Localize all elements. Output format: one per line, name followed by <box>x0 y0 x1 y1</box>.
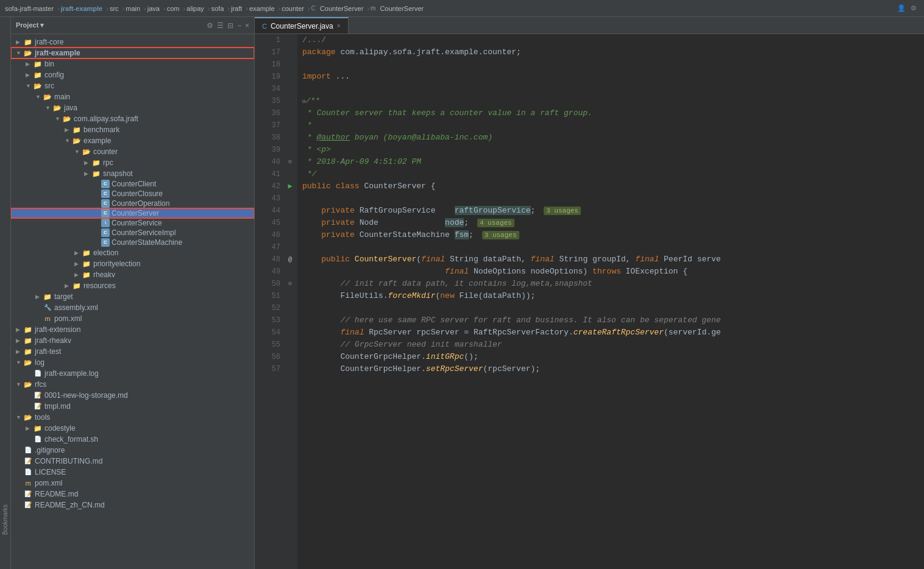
arrow-icon: ▶ <box>84 171 91 177</box>
arrow-icon: ▼ <box>16 359 23 366</box>
fold-icon-2[interactable]: ⊟ <box>285 278 295 290</box>
tab-counter-server[interactable]: C CounterServer.java × <box>255 17 349 34</box>
tree-item-config[interactable]: ▶ 📁 config <box>11 69 254 80</box>
tree-item-pom[interactable]: m pom.xml <box>11 313 254 324</box>
folder-open-icon: 📂 <box>23 380 33 389</box>
tree-item-tmpl-md[interactable]: 📝 tmpl.md <box>11 401 254 412</box>
list-icon[interactable]: ☰ <box>217 21 224 30</box>
sidebar-toolbar[interactable]: ⚙ ☰ ⊟ − × <box>207 21 249 30</box>
tree-item-main[interactable]: ▼ 📂 main <box>11 91 254 102</box>
arrow-icon: ▼ <box>74 149 82 155</box>
gutter: ▶ @ ⊟ ⊟ <box>285 34 297 569</box>
tree-item-CounterStateMachine[interactable]: C CounterStateMachine <box>11 238 254 247</box>
breadcrumb-part: example <box>249 5 275 12</box>
breadcrumb-part: src <box>110 5 119 12</box>
md-icon: 📝 <box>23 456 33 466</box>
tree-item-CounterServer[interactable]: C CounterServer <box>11 208 254 218</box>
tree-item-target[interactable]: ▶ 📁 target <box>11 291 254 302</box>
class-icon: C <box>101 180 110 188</box>
tree-item-resources[interactable]: ▶ 📁 resources <box>11 280 254 291</box>
tree-label: election <box>93 249 118 257</box>
code-line-49: final NodeOptions nodeOptions) throws IO… <box>302 266 919 278</box>
tree-item-check-format[interactable]: 📄 check_format.sh <box>11 434 254 445</box>
tree-item-com-alipay[interactable]: ▼ 📂 com.alipay.sofa.jraft <box>11 113 254 124</box>
class-icon: C <box>101 199 110 208</box>
tree-label: jraft-core <box>35 38 63 46</box>
project-tree: ▶ 📁 jraft-core ▼ 📂 jraft-example ▶ 📁 bin <box>11 34 254 569</box>
tree-item-CounterServiceImpl[interactable]: C CounterServiceImpl <box>11 228 254 238</box>
code-line-42: public class CounterServer { <box>302 180 919 193</box>
tree-item-contributing[interactable]: 📝 CONTRIBUTING.md <box>11 456 254 467</box>
tree-item-readme[interactable]: 📝 README.md <box>11 489 254 500</box>
folder-open-icon: 📂 <box>82 147 91 157</box>
tree-item-tools[interactable]: ▼ 📂 tools <box>11 412 254 423</box>
breadcrumb-part: alipay <box>187 5 204 12</box>
close-icon[interactable]: × <box>245 21 249 30</box>
run-icon[interactable]: ▶ <box>285 180 295 193</box>
user-icon[interactable]: 👤 <box>897 4 906 12</box>
gear-icon[interactable]: ⚙ <box>207 21 213 30</box>
folder-icon: 📁 <box>82 259 91 269</box>
tree-item-bin[interactable]: ▶ 📁 bin <box>11 58 254 69</box>
tree-item-CounterService[interactable]: I CounterService <box>11 218 254 228</box>
tree-item-rpc[interactable]: ▶ 📁 rpc <box>11 157 254 168</box>
tree-item-jraft-core[interactable]: ▶ 📁 jraft-core <box>11 37 254 48</box>
tab-close-button[interactable]: × <box>337 23 341 29</box>
tab-label: CounterServer.java <box>271 22 333 30</box>
tree-item-java[interactable]: ▼ 📂 java <box>11 102 254 113</box>
code-line-35: ⊟/** <box>302 95 919 107</box>
code-content[interactable]: /.../ package com.alipay.sofa.jraft.exam… <box>297 34 924 569</box>
tree-item-example[interactable]: ▼ 📂 example <box>11 135 254 146</box>
tree-item-readme-zh[interactable]: 📝 README_zh_CN.md <box>11 500 254 511</box>
tree-item-snapshot[interactable]: ▶ 📁 snapshot <box>11 168 254 179</box>
filter-icon[interactable]: ⊟ <box>227 21 233 30</box>
sidebar-title: Project ▾ <box>16 21 44 29</box>
tree-item-jraft-rheakv[interactable]: ▶ 📁 jraft-rheakv <box>11 335 254 346</box>
tree-item-0001-log-storage[interactable]: 📝 0001-new-log-storage.md <box>11 390 254 401</box>
tab-file-icon: C <box>262 23 267 30</box>
tree-item-CounterClosure[interactable]: C CounterClosure <box>11 189 254 199</box>
tree-item-election[interactable]: ▶ 📁 election <box>11 247 254 258</box>
tree-item-log[interactable]: ▼ 📂 log <box>11 357 254 368</box>
tree-item-jraft-example[interactable]: ▼ 📂 jraft-example <box>11 48 254 58</box>
breadcrumb-part[interactable]: jraft-example <box>61 5 102 12</box>
tree-item-jraft-test[interactable]: ▶ 📁 jraft-test <box>11 346 254 357</box>
tree-item-CounterOperation[interactable]: C CounterOperation <box>11 199 254 208</box>
tree-item-rheakv[interactable]: ▶ 📁 rheakv <box>11 269 254 280</box>
arrow-icon: ▼ <box>35 94 43 100</box>
tree-label: config <box>44 71 64 79</box>
tree-item-benchmark[interactable]: ▶ 📁 benchmark <box>11 124 254 135</box>
code-editor[interactable]: 1 17 18 19 34 35 36 37 38 39 40 41 42 43… <box>255 34 924 569</box>
tree-item-src[interactable]: ▼ 📂 src <box>11 80 254 91</box>
tree-item-gitignore[interactable]: 📄 .gitignore <box>11 445 254 456</box>
tree-item-priorityelection[interactable]: ▶ 📁 priorityelection <box>11 258 254 269</box>
fold-icon[interactable]: ⊟ <box>285 156 295 168</box>
folder-icon: 📁 <box>23 347 33 356</box>
tree-label: CounterServer <box>112 209 159 217</box>
arrow-icon: ▶ <box>84 160 91 166</box>
breadcrumb-part: sofa-jraft-master <box>5 5 54 12</box>
tree-item-license[interactable]: 📄 LICENSE <box>11 467 254 478</box>
tree-label: resources <box>84 281 116 290</box>
folder-icon: 📁 <box>33 423 43 433</box>
code-line-1: /.../ <box>302 34 919 46</box>
tree-item-jraft-extension[interactable]: ▶ 📁 jraft-extension <box>11 324 254 335</box>
minus-icon[interactable]: − <box>237 21 241 30</box>
settings-icon[interactable]: ⚙ <box>911 4 917 12</box>
class-icon: C <box>101 209 110 217</box>
interface-icon: I <box>101 219 110 227</box>
tree-item-jraft-example-log[interactable]: 📄 jraft-example.log <box>11 368 254 379</box>
tree-item-counter[interactable]: ▼ 📂 counter <box>11 146 254 157</box>
tree-item-CounterClient[interactable]: C CounterClient <box>11 179 254 189</box>
tree-item-assembly[interactable]: 🔧 assembly.xml <box>11 302 254 313</box>
code-line-47 <box>302 241 919 253</box>
arrow-icon: ▼ <box>55 116 62 122</box>
tree-item-root-pom[interactable]: m pom.xml <box>11 478 254 489</box>
tree-item-codestyle[interactable]: ▶ 📁 codestyle <box>11 423 254 434</box>
tree-label: CounterOperation <box>112 199 169 208</box>
code-line-50: // init raft data path, it contains log,… <box>302 278 919 290</box>
tree-item-rfcs[interactable]: ▼ 📂 rfcs <box>11 379 254 390</box>
bookmarks-panel: Bookmarks <box>0 17 11 569</box>
bookmarks-label: Bookmarks <box>2 504 9 535</box>
arrow-icon: ▶ <box>74 272 82 278</box>
